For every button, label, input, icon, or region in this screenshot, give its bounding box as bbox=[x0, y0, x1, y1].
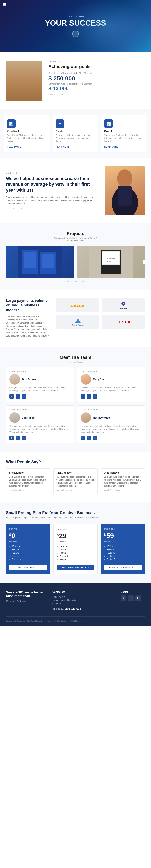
team-fb-2[interactable]: f bbox=[9, 436, 14, 440]
pricing-feature: Feature 2 bbox=[104, 549, 142, 551]
projects-carousel: BUSINESS CARD › bbox=[6, 246, 145, 278]
pricing-feature: Feature 3 bbox=[57, 552, 94, 554]
pricing-feature: Feature 3 bbox=[104, 552, 142, 554]
team-heading: Meet The Team bbox=[6, 355, 145, 360]
card-text-1: Sample text. Click to select the text bo… bbox=[55, 134, 95, 143]
team-role-0: LEAD DESIGNER bbox=[9, 370, 71, 372]
pricing-feature: Feature 4 bbox=[9, 555, 47, 557]
team-bio-1: Give your Visitor a short introduction. … bbox=[80, 386, 142, 392]
footer-email[interactable]: sample@info.com bbox=[10, 600, 26, 602]
whatwedo-image bbox=[105, 166, 145, 215]
footer-top: Since 2002, we've helped raise more than… bbox=[6, 591, 145, 611]
card-btn-1[interactable]: read more bbox=[55, 146, 70, 148]
about-heading: Achieving our goals bbox=[48, 64, 145, 69]
card-icon-2: 📈 bbox=[104, 119, 113, 128]
team-ig-3[interactable]: in bbox=[92, 436, 97, 440]
twitter-icon[interactable]: t bbox=[128, 595, 134, 601]
card-0: 📊 Visualize It Sample text. Click to sel… bbox=[4, 115, 50, 152]
pricing-features-2: 15 YearsFeature 2Feature 3Feature 4Featu… bbox=[104, 545, 142, 562]
card-icon-1: ✦ bbox=[55, 119, 64, 128]
pricing-feature: Feature 5 bbox=[9, 558, 47, 560]
projects-next-arrow[interactable]: › bbox=[143, 259, 148, 265]
team-fb-3[interactable]: f bbox=[80, 436, 85, 440]
projects-heading: Projects bbox=[6, 231, 145, 236]
testimonial-name-1: Nick Jhonson bbox=[56, 471, 95, 474]
projects-quote: "You can do anything you set your mind t… bbox=[6, 237, 145, 242]
pricing-feature: Feature 2 bbox=[9, 549, 47, 551]
team-card-1: LEAD DESIGNER Mary Smith Give your Visit… bbox=[77, 367, 145, 402]
hero-arrow-button[interactable]: → bbox=[72, 31, 79, 37]
pricing-dollar-0: $ bbox=[9, 533, 11, 536]
testimonial-meta-2: sample@email.com bbox=[104, 489, 142, 491]
about-image bbox=[6, 61, 42, 101]
pricing-period-sub-0: Per Session bbox=[9, 540, 47, 542]
footer-brand: Since 2002, we've helped raise more than bbox=[6, 591, 46, 598]
team-avatar-0 bbox=[9, 374, 20, 384]
footer-social-label: Social bbox=[121, 591, 145, 593]
team-tw-1[interactable]: t bbox=[86, 394, 91, 399]
team-grid: LEAD DESIGNER Bob Brown Give your Visito… bbox=[6, 367, 145, 443]
team-ig-2[interactable]: in bbox=[22, 436, 26, 440]
whatwedo-credit: Image from Freepik bbox=[6, 207, 99, 209]
pricing-dollar-2: $ bbox=[104, 533, 106, 536]
pricing-price-0: $0 bbox=[9, 532, 47, 539]
team-tw-3[interactable]: t bbox=[86, 436, 91, 440]
about-stat1: Sample text. Click to select the Text El… bbox=[48, 72, 145, 74]
facebook-icon[interactable]: f bbox=[121, 595, 126, 601]
whatwedo-section: what we do We've helped businesses incre… bbox=[0, 158, 151, 223]
pricing-heading: Small Pricing Plan For Your Creative Bus… bbox=[6, 510, 145, 515]
team-ig-1[interactable]: in bbox=[92, 394, 97, 399]
svg-rect-6 bbox=[24, 252, 36, 268]
about-image-credit: Image from Freepik bbox=[48, 93, 145, 95]
pricing-btn-business[interactable]: Proceed Annually → bbox=[104, 565, 142, 570]
team-credit: Image by Freepik bbox=[6, 361, 145, 363]
testimonial-card-0: Stella Larson Duis aute irure dolor in r… bbox=[6, 468, 50, 494]
footer-contact-label: Contact Us bbox=[52, 591, 115, 593]
card-title-0: Visualize It bbox=[7, 130, 20, 133]
footer-sample-right: Sample text. Click to select the Text El… bbox=[46, 620, 82, 622]
project-card-1 bbox=[6, 246, 74, 278]
team-tw-0[interactable]: t bbox=[15, 394, 20, 399]
team-member-row-2: John Rich bbox=[9, 412, 71, 423]
brands-content: Large payments volume or unique business… bbox=[6, 298, 50, 339]
hero-subtitle: we construct bbox=[64, 16, 87, 18]
pricing-btn-team[interactable]: Upload Free → bbox=[9, 565, 47, 570]
footer-email-row: ✉ sample@info.com bbox=[6, 599, 46, 603]
footer-phone: Tel: (111) 360 336 663 bbox=[52, 607, 115, 611]
testimonial-text-0: Duis aute irure dolor in reprehenderit i… bbox=[9, 475, 47, 488]
about-amount1: $ 250 000 bbox=[48, 75, 145, 82]
footer-section: Since 2002, we've helped raise more than… bbox=[0, 583, 151, 626]
team-member-row-3: Nat Reynolds bbox=[80, 412, 142, 423]
hamburger-menu[interactable]: ☰ bbox=[3, 2, 6, 7]
whatwedo-heading: We've helped businesses increase their r… bbox=[6, 176, 99, 193]
team-tw-2[interactable]: t bbox=[15, 436, 20, 440]
projects-credit: Images from Freepik bbox=[6, 280, 145, 282]
card-text-2: Sample text. Click to select the text bo… bbox=[104, 134, 144, 143]
team-role-2: LEAD DESIGNER bbox=[9, 409, 71, 411]
brand-amazon: amazon bbox=[56, 298, 100, 312]
card-btn-2[interactable]: read more bbox=[104, 146, 118, 148]
card-title-2: Grow It bbox=[104, 130, 113, 133]
footer-socials: f t in bbox=[121, 595, 145, 601]
team-bio-0: Give your Visitor a short introduction. … bbox=[9, 386, 71, 392]
footer-address: 20000 Walnut,101 co undefined Lafayette,… bbox=[52, 595, 115, 605]
brands-text: Lorem ipsum dolor sit amet, consectetur … bbox=[6, 315, 50, 338]
pricing-btn-personal[interactable]: Proceed Annually → bbox=[57, 565, 94, 570]
brands-logos: amazon E Elevate Rising Agency TESLA bbox=[56, 298, 145, 329]
team-socials-1: f t in bbox=[80, 394, 142, 399]
team-fb-0[interactable]: f bbox=[9, 394, 14, 399]
team-socials-2: f t in bbox=[9, 436, 71, 440]
footer-middle: Contact Us 20000 Walnut,101 co undefined… bbox=[52, 591, 115, 611]
card-btn-0[interactable]: read more bbox=[7, 146, 21, 148]
card-title-1: Create It bbox=[55, 130, 65, 133]
team-ig-0[interactable]: in bbox=[22, 394, 26, 399]
brands-heading: Large payments volume or unique business… bbox=[6, 298, 50, 312]
instagram-icon[interactable]: in bbox=[135, 595, 141, 601]
team-card-2: LEAD DESIGNER John Rich Give your Visito… bbox=[6, 405, 74, 443]
pricing-feature: 15 Years bbox=[9, 545, 47, 548]
team-member-row-1: Mary Smith bbox=[80, 374, 142, 384]
pricing-period-sub-2: Per Session bbox=[104, 540, 142, 542]
svg-text:E: E bbox=[123, 303, 124, 305]
team-fb-1[interactable]: f bbox=[80, 394, 85, 399]
testimonials-grid: Stella Larson Duis aute irure dolor in r… bbox=[6, 468, 145, 494]
